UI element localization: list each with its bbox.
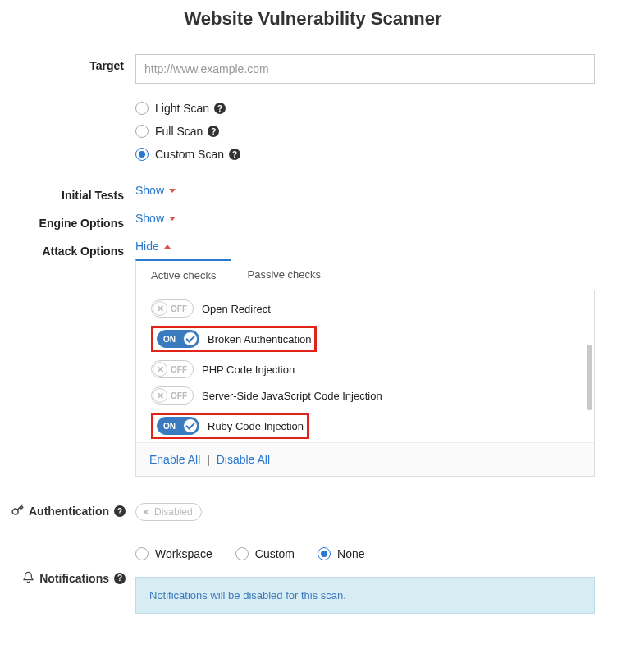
toggle-knob: ✕ [153,362,167,377]
panel-footer: Enable All | Disable All [136,442,594,476]
authentication-label: Authentication [29,505,109,518]
toggle-state-text: OFF [171,365,187,374]
x-icon: ✕ [139,506,151,518]
radio-custom-scan[interactable]: Custom Scan ? [135,143,595,166]
checks-panel: OFF✕Open RedirectONBroken Authentication… [135,290,595,477]
highlight-box: ONBroken Authentication [151,326,317,352]
radio-circle-icon [235,547,249,560]
check-row: OFF✕Server-Side JavaScript Code Injectio… [148,382,583,409]
radio-notif-none[interactable]: None [318,542,369,565]
help-icon[interactable]: ? [214,103,226,114]
target-label: Target [0,54,135,72]
help-icon[interactable]: ? [114,505,126,517]
x-icon: ✕ [157,365,164,374]
radio-label: Custom Scan [155,148,224,161]
toggle-knob: ✕ [153,388,167,403]
radio-circle-icon [135,547,149,560]
scan-mode-label [0,94,135,98]
radio-label: Full Scan [155,125,203,138]
radio-label: None [337,547,364,560]
target-input[interactable] [135,54,595,84]
tab-passive-checks[interactable]: Passive checks [231,259,336,290]
check-row: ONBroken Authentication [148,322,583,356]
page-title: Website Vulnerability Scanner [0,8,626,30]
toggle-state-text: OFF [171,391,187,400]
check-label: PHP Code Injection [202,363,295,376]
attack-options-toggle[interactable]: Hide [135,240,171,253]
toggle-text: Show [135,184,164,197]
radio-circle-icon [135,148,149,161]
radio-notif-custom[interactable]: Custom [235,542,299,565]
separator: | [207,453,210,466]
toggle-knob: ✕ [153,301,167,316]
radio-full-scan[interactable]: Full Scan ? [135,120,595,143]
check-toggle[interactable]: OFF✕ [151,386,194,405]
check-label: Server-Side JavaScript Code Injection [202,390,382,402]
check-row: OFF✕Open Redirect [148,295,583,322]
radio-label: Workspace [155,547,212,560]
key-icon [11,504,24,519]
tab-active-checks[interactable]: Active checks [135,259,231,290]
check-toggle[interactable]: OFF✕ [151,360,194,378]
check-label: Open Redirect [202,303,271,315]
check-icon [185,420,194,429]
check-toggle[interactable]: OFF✕ [151,299,194,318]
initial-tests-toggle[interactable]: Show [135,184,176,197]
pill-label: Disabled [154,506,193,518]
toggle-text: Hide [135,240,159,253]
help-icon[interactable]: ? [229,149,240,160]
attack-options-label: Attack Options [0,240,135,258]
highlight-box: ONRuby Code Injection [151,413,309,439]
help-icon[interactable]: ? [208,126,219,137]
check-label: Broken Authentication [208,333,311,345]
caret-down-icon [169,217,176,221]
notifications-notice: Notifications will be disabled for this … [135,577,595,614]
engine-options-toggle[interactable]: Show [135,212,176,225]
check-toggle[interactable]: ON [157,417,199,435]
x-icon: ✕ [157,391,164,400]
checks-tabs: Active checks Passive checks [135,259,595,290]
check-icon [185,333,194,342]
check-label: Ruby Code Injection [208,420,304,432]
radio-circle-icon [318,547,331,560]
check-row: OFF✕PHP Code Injection [148,356,583,382]
check-toggle[interactable]: ON [157,330,199,348]
toggle-knob [183,331,198,346]
x-icon: ✕ [157,304,164,313]
caret-down-icon [169,189,176,193]
caret-up-icon [164,245,171,249]
enable-all-link[interactable]: Enable All [149,453,200,466]
checks-list[interactable]: OFF✕Open RedirectONBroken Authentication… [136,290,594,442]
scrollbar-thumb[interactable] [587,345,592,410]
radio-label: Custom [255,547,295,560]
authentication-disabled-pill[interactable]: ✕ Disabled [135,503,202,521]
notifications-label: Notifications [39,572,109,585]
toggle-text: Show [135,212,164,225]
toggle-state-text: ON [163,422,176,431]
radio-notif-workspace[interactable]: Workspace [135,542,217,565]
toggle-state-text: ON [163,335,176,344]
engine-options-label: Engine Options [0,212,135,230]
toggle-knob [183,418,198,433]
toggle-state-text: OFF [171,304,187,313]
radio-circle-icon [135,125,149,138]
initial-tests-label: Initial Tests [0,184,135,202]
disable-all-link[interactable]: Disable All [217,453,270,466]
radio-circle-icon [135,102,149,115]
help-icon[interactable]: ? [114,573,126,584]
check-row: ONRuby Code Injection [148,409,583,442]
bell-icon [22,571,34,586]
radio-label: Light Scan [155,102,209,115]
radio-light-scan[interactable]: Light Scan ? [135,97,595,120]
